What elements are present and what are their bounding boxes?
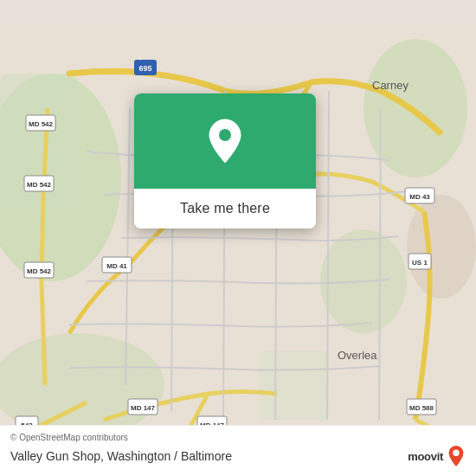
svg-text:MD 542: MD 542	[27, 267, 52, 275]
svg-text:MD 43: MD 43	[409, 193, 430, 201]
svg-text:MD 41: MD 41	[106, 262, 127, 270]
map-container: 695 I 695 I MD 542 MD 542 MD 542 MD 41 M…	[0, 0, 476, 476]
svg-text:MD 147: MD 147	[131, 404, 156, 412]
svg-point-36	[219, 129, 231, 141]
attribution-text: © OpenStreetMap contributors	[10, 433, 466, 442]
location-pin-icon	[205, 118, 245, 164]
svg-text:MD 542: MD 542	[29, 120, 54, 128]
moovit-logo: moovit	[408, 445, 466, 467]
svg-point-7	[407, 195, 476, 299]
svg-text:MD 542: MD 542	[27, 181, 52, 189]
svg-text:695: 695	[138, 64, 151, 73]
moovit-text: moovit	[408, 450, 443, 463]
svg-text:Overlea: Overlea	[338, 349, 377, 362]
svg-rect-6	[260, 351, 329, 420]
svg-text:Carney: Carney	[372, 79, 408, 92]
bottom-bar: © OpenStreetMap contributors Valley Gun …	[0, 425, 476, 476]
location-title: Valley Gun Shop, Washington / Baltimore	[10, 449, 232, 463]
moovit-pin-icon	[447, 445, 466, 467]
svg-point-37	[453, 450, 459, 456]
svg-text:MD 588: MD 588	[409, 404, 434, 412]
take-me-there-button[interactable]: Take me there	[134, 189, 316, 228]
location-popup: Take me there	[134, 93, 316, 228]
map-background: 695 I 695 I MD 542 MD 542 MD 542 MD 41 M…	[0, 0, 476, 476]
svg-text:US 1: US 1	[412, 259, 428, 267]
popup-header	[134, 93, 316, 189]
